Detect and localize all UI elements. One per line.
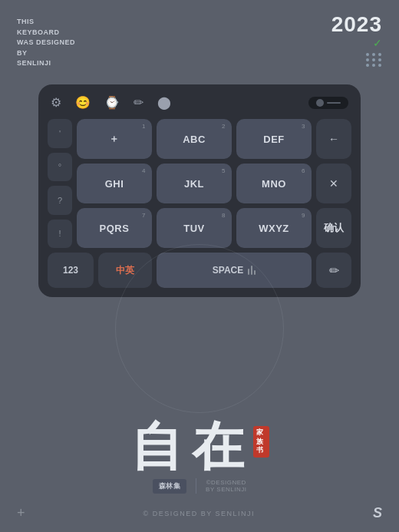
key-6-mno[interactable]: 6 MNO — [236, 164, 312, 203]
key-label-jkl: JKL — [184, 178, 204, 190]
side-key-exclaim[interactable]: ! — [48, 220, 72, 249]
key-4-ghi[interactable]: 4 GHI — [77, 164, 152, 203]
dot7 — [366, 64, 369, 67]
key-num-4: 4 — [142, 167, 146, 174]
footer-logo: S — [373, 505, 382, 521]
brand-tag: 森林集 — [153, 479, 187, 494]
dot1 — [366, 53, 369, 56]
key-label-ghi: GHI — [105, 178, 124, 190]
red-stamp: 家 族 书 — [253, 426, 269, 458]
key-3-def[interactable]: 3 DEF — [236, 119, 312, 159]
pen-input-key[interactable]: ✏ — [316, 253, 351, 288]
stamp-line1: 家 — [256, 428, 266, 438]
brand-row: 森林集 ©DESIGNED BY SENLINJI — [153, 478, 247, 494]
dot8 — [372, 64, 375, 67]
side-key-degree[interactable]: ° — [48, 153, 72, 182]
bar2 — [251, 266, 252, 275]
bottom-content: 自 在 家 族 书 森林集 ©DESIGNED BY SENLINJI — [0, 420, 399, 494]
side-key-question[interactable]: ? — [48, 186, 72, 215]
space-key[interactable]: SPACE — [157, 253, 312, 288]
delete-key[interactable]: ✕ — [316, 164, 351, 203]
confirm-key[interactable]: 确认 — [316, 208, 351, 248]
top-left-description: THIS KEYBOARD WAS DESIGNED BY SENLINJI — [17, 17, 75, 69]
settings-icon[interactable]: ⚙ — [51, 95, 61, 110]
key-label-plus: ＋ — [109, 132, 120, 146]
dot2 — [372, 53, 375, 56]
year-label: 2023 — [331, 14, 382, 35]
key-label-pqrs: PQRS — [100, 223, 130, 234]
key-label-def: DEF — [263, 134, 285, 145]
check-icon: ✓ — [331, 37, 382, 49]
stamp-line3: 书 — [256, 446, 266, 455]
key-num-6: 6 — [302, 167, 305, 174]
footer: + © DESIGNED BY SENLINJI S — [17, 505, 382, 521]
space-label: SPACE — [213, 265, 243, 276]
key-num-8: 8 — [222, 212, 226, 219]
desc-line2: KEYBOARD — [17, 28, 60, 36]
keyboard-container: ⚙ 😊 ⌚ ✏ ⬤ ' ° ? ! 1 ＋ — [38, 84, 361, 297]
main-title: 自 在 家 族 书 — [130, 420, 269, 472]
pill-dot — [316, 99, 324, 107]
desc-line4: BY — [17, 49, 28, 57]
key-label-wxyz: WXYZ — [259, 223, 289, 234]
toolbar-row: ⚙ 😊 ⌚ ✏ ⬤ — [48, 95, 351, 110]
cn-en-switch-key[interactable]: 中英 — [98, 253, 152, 288]
key-num-3: 3 — [302, 123, 305, 130]
tail-detection: TAil — [315, 280, 316, 281]
designed-line2: BY SENLINJI — [206, 486, 246, 493]
key-row-2: 4 GHI 5 JKL 6 MNO — [77, 164, 312, 203]
pill-toggle[interactable] — [308, 97, 348, 109]
key-9-wxyz[interactable]: 9 WXYZ — [236, 208, 312, 248]
keys-area: ' ° ? ! 1 ＋ 2 ABC 3 DEF — [48, 119, 351, 248]
chinese-char2: 在 — [192, 420, 247, 472]
pill-line — [327, 102, 341, 104]
key-2-abc[interactable]: 2 ABC — [157, 119, 232, 159]
key-num-5: 5 — [222, 167, 226, 174]
key-num-9: 9 — [302, 212, 305, 219]
emoji-icon[interactable]: 😊 — [75, 95, 91, 110]
toolbar-icons: ⚙ 😊 ⌚ ✏ ⬤ — [51, 95, 171, 110]
key-5-jkl[interactable]: 5 JKL — [157, 164, 232, 203]
designed-text: ©DESIGNED BY SENLINJI — [206, 479, 246, 493]
key-7-pqrs[interactable]: 7 PQRS — [77, 208, 152, 248]
designed-line1: ©DESIGNED — [206, 479, 246, 486]
pen-toolbar-icon[interactable]: ✏ — [134, 95, 143, 110]
dot6 — [378, 58, 381, 61]
left-strip: ' ° ? ! — [48, 119, 72, 248]
toolbar-right — [308, 97, 348, 109]
desc-line5: SENLINJI — [17, 59, 51, 67]
dots-grid — [331, 53, 382, 67]
stamp-line2: 族 — [256, 438, 266, 447]
main-grid: 1 ＋ 2 ABC 3 DEF 4 GHI 5 — [77, 119, 312, 248]
side-key-comma[interactable]: ' — [48, 119, 72, 148]
key-label-mno: MNO — [262, 178, 286, 190]
bar1 — [248, 269, 249, 275]
key-row-3: 7 PQRS 8 TUV 9 WXYZ — [77, 208, 312, 248]
key-label-abc: ABC — [183, 134, 206, 145]
backspace-key[interactable]: ← — [316, 119, 351, 159]
num-switch-key[interactable]: 123 — [48, 253, 94, 288]
watch-icon[interactable]: ⌚ — [104, 95, 120, 110]
footer-copyright: © DESIGNED BY SENLINJI — [143, 510, 256, 517]
chinese-char1: 自 — [130, 420, 186, 472]
key-num-7: 7 — [142, 212, 146, 219]
dot3 — [378, 53, 381, 56]
dot5 — [372, 58, 375, 61]
space-bars — [248, 266, 256, 275]
right-strip: ← ✕ 确认 — [316, 119, 351, 248]
bar3 — [254, 270, 256, 275]
dot9 — [378, 64, 381, 67]
desc-line3: WAS DESIGNED — [17, 38, 75, 46]
top-right-panel: 2023 ✓ — [331, 14, 382, 67]
key-1-plus[interactable]: 1 ＋ — [77, 119, 152, 159]
footer-plus-button[interactable]: + — [17, 505, 25, 521]
key-8-tuv[interactable]: 8 TUV — [157, 208, 232, 248]
key-num-2: 2 — [222, 123, 226, 130]
desc-line1: THIS — [17, 18, 35, 25]
circle-icon[interactable]: ⬤ — [157, 95, 171, 110]
key-label-tuv: TUV — [183, 223, 205, 234]
key-num-1: 1 — [142, 123, 146, 130]
bottom-row: 123 中英 SPACE ✏ — [48, 253, 351, 288]
dot4 — [366, 58, 369, 61]
key-row-1: 1 ＋ 2 ABC 3 DEF — [77, 119, 312, 159]
